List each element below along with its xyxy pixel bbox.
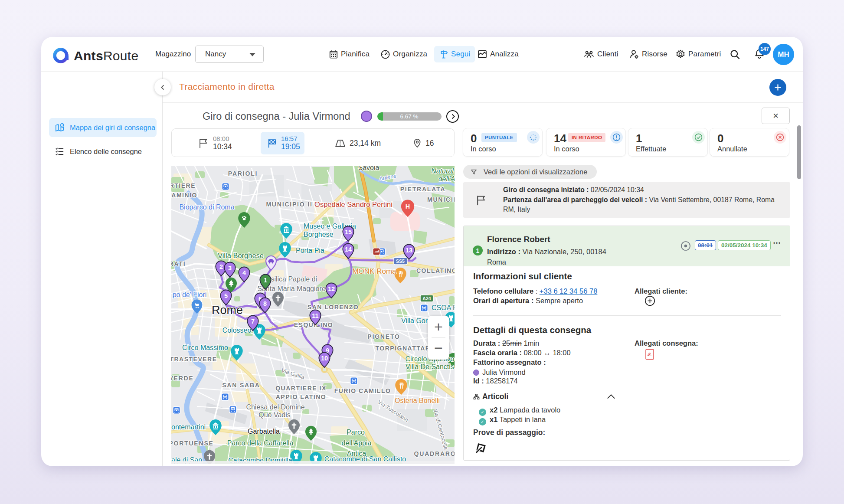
svg-text:5: 5	[224, 292, 228, 299]
svg-text:Circo Massimo: Circo Massimo	[182, 344, 228, 351]
svg-text:CSOA F: CSOA F	[432, 304, 455, 311]
svg-text:Colosseo: Colosseo	[222, 327, 252, 334]
svg-text:Villa Borghese: Villa Borghese	[218, 252, 264, 259]
svg-text:TRASTEVERE: TRASTEVERE	[171, 356, 217, 363]
svg-text:SAN SABA: SAN SABA	[222, 382, 260, 389]
svg-text:MUNICIPIO II: MUNICIPIO II	[266, 201, 312, 208]
svg-text:Rome: Rome	[212, 304, 243, 317]
svg-text:APPIO LATINO: APPIO LATINO	[276, 393, 327, 400]
svg-text:1: 1	[264, 277, 267, 284]
svg-text:dell'A: dell'A	[438, 175, 455, 183]
svg-text:10: 10	[321, 355, 328, 362]
svg-text:PARIOLI: PARIOLI	[228, 170, 258, 177]
svg-text:VERDE: VERDE	[171, 375, 194, 382]
svg-text:TORPIGNATTAR: TORPIGNATTAR	[376, 345, 431, 352]
svg-text:FURIO CAMILLO: FURIO CAMILLO	[334, 387, 391, 394]
svg-text:MUNICIP: MUNICIP	[427, 196, 455, 203]
svg-text:14: 14	[345, 246, 352, 253]
svg-text:PORTUENSE: PORTUENSE	[171, 440, 214, 447]
svg-text:Ospedale Sandro Pertini: Ospedale Sandro Pertini	[314, 200, 393, 208]
svg-text:FLAMINIO: FLAMINIO	[171, 192, 197, 199]
svg-text:Natural: Natural	[431, 167, 454, 175]
svg-text:3: 3	[228, 265, 232, 272]
svg-text:QUARTIERE IX: QUARTIERE IX	[275, 385, 327, 392]
svg-text:15: 15	[345, 229, 352, 236]
svg-text:PIETRALATA: PIETRALATA	[400, 186, 446, 193]
svg-text:PIGNETO: PIGNETO	[367, 333, 400, 340]
svg-text:ontemartini: ontemartini	[171, 423, 206, 431]
svg-text:Antica: Antica	[347, 450, 366, 457]
svg-text:Villa Gord: Villa Gord	[401, 317, 432, 324]
svg-text:Borghese: Borghese	[304, 231, 334, 238]
svg-text:Garbatella: Garbatella	[248, 428, 280, 435]
svg-text:QUARTIERE: QUARTIERE	[171, 182, 196, 189]
svg-text:11: 11	[312, 312, 318, 319]
svg-text:Villa De Sanctis: Villa De Sanctis	[406, 363, 454, 370]
svg-text:po de' Fiori: po de' Fiori	[173, 291, 207, 298]
svg-text:COLLATINO: COLLATINO	[416, 267, 455, 274]
svg-text:Savoia: Savoia	[358, 166, 379, 171]
svg-text:12: 12	[328, 285, 335, 292]
svg-text:dell'Appia: dell'Appia	[342, 439, 372, 447]
svg-text:QUADRARO: QUADRARO	[414, 450, 455, 457]
svg-text:Parco: Parco	[347, 429, 365, 436]
svg-text:13: 13	[406, 247, 412, 254]
svg-text:2: 2	[219, 263, 223, 270]
svg-text:Bioparco di Roma: Bioparco di Roma	[179, 203, 234, 211]
svg-text:Chiesa del Domine: Chiesa del Domine	[246, 403, 304, 411]
svg-text:7: 7	[251, 318, 255, 325]
svg-text:SS5: SS5	[396, 259, 405, 264]
svg-text:A24: A24	[422, 296, 431, 301]
svg-text:H: H	[406, 203, 410, 210]
svg-text:MONK Roma: MONK Roma	[352, 267, 396, 275]
svg-text:Parco della Caffarella: Parco della Caffarella	[227, 439, 294, 447]
svg-text:Osteria Bonelli: Osteria Bonelli	[395, 397, 440, 404]
svg-text:Quo Vadis: Quo Vadis	[258, 411, 291, 419]
svg-text:RATI: RATI	[171, 260, 186, 267]
svg-text:SAN LORENZO: SAN LORENZO	[308, 304, 359, 311]
svg-text:4: 4	[242, 269, 246, 276]
svg-text:8: 8	[263, 300, 267, 307]
svg-text:Porta Pia: Porta Pia	[296, 247, 324, 254]
